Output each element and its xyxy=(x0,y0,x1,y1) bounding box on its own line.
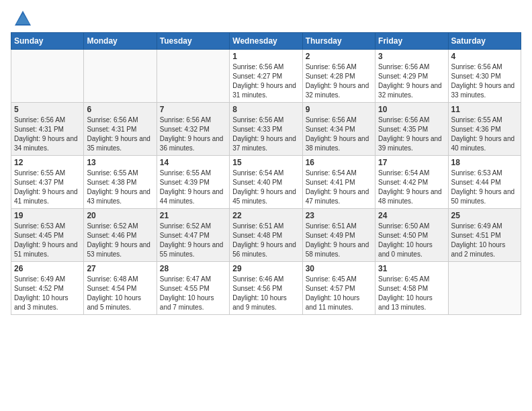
day-info: Sunrise: 6:53 AMSunset: 4:45 PMDaylight:… xyxy=(14,222,81,259)
day-number: 22 xyxy=(232,211,299,220)
day-info: Sunrise: 6:56 AMSunset: 4:30 PMDaylight:… xyxy=(451,62,518,100)
day-info: Sunrise: 6:56 AMSunset: 4:35 PMDaylight:… xyxy=(378,116,445,153)
calendar-day-cell: 30Sunrise: 6:45 AMSunset: 4:57 PMDayligh… xyxy=(302,262,375,315)
calendar-day-cell: 19Sunrise: 6:53 AMSunset: 4:45 PMDayligh… xyxy=(11,209,84,262)
day-info: Sunrise: 6:56 AMSunset: 4:34 PMDaylight:… xyxy=(306,116,372,153)
calendar-day-cell: 29Sunrise: 6:46 AMSunset: 4:56 PMDayligh… xyxy=(230,262,302,315)
day-info: Sunrise: 6:55 AMSunset: 4:38 PMDaylight:… xyxy=(87,169,153,206)
day-info: Sunrise: 6:54 AMSunset: 4:42 PMDaylight:… xyxy=(378,169,445,206)
day-info: Sunrise: 6:49 AMSunset: 4:52 PMDaylight:… xyxy=(14,275,81,312)
day-number: 4 xyxy=(451,52,518,61)
day-number: 6 xyxy=(87,105,153,114)
calendar-day-cell: 23Sunrise: 6:51 AMSunset: 4:49 PMDayligh… xyxy=(302,209,375,262)
day-info: Sunrise: 6:56 AMSunset: 4:31 PMDaylight:… xyxy=(14,116,81,153)
day-number: 26 xyxy=(14,264,81,273)
calendar-day-cell: 21Sunrise: 6:52 AMSunset: 4:47 PMDayligh… xyxy=(157,209,229,262)
day-number: 25 xyxy=(451,211,518,220)
day-number: 5 xyxy=(14,105,81,114)
calendar-day-cell: 11Sunrise: 6:55 AMSunset: 4:36 PMDayligh… xyxy=(448,103,521,156)
calendar-day-cell: 3Sunrise: 6:56 AMSunset: 4:29 PMDaylight… xyxy=(375,50,448,103)
day-number: 11 xyxy=(451,105,518,114)
calendar-table: SundayMondayTuesdayWednesdayThursdayFrid… xyxy=(11,32,521,315)
day-number: 2 xyxy=(306,52,372,61)
day-info: Sunrise: 6:54 AMSunset: 4:40 PMDaylight:… xyxy=(232,169,299,206)
day-number: 20 xyxy=(87,211,153,220)
day-number: 23 xyxy=(306,211,372,220)
calendar-week-row: 5Sunrise: 6:56 AMSunset: 4:31 PMDaylight… xyxy=(11,103,521,156)
calendar-day-cell: 5Sunrise: 6:56 AMSunset: 4:31 PMDaylight… xyxy=(11,103,84,156)
day-number: 29 xyxy=(232,264,299,273)
calendar-day-cell: 15Sunrise: 6:54 AMSunset: 4:40 PMDayligh… xyxy=(230,156,302,209)
day-info: Sunrise: 6:47 AMSunset: 4:55 PMDaylight:… xyxy=(160,275,226,312)
calendar-day-cell: 10Sunrise: 6:56 AMSunset: 4:35 PMDayligh… xyxy=(375,103,448,156)
calendar-day-cell: 2Sunrise: 6:56 AMSunset: 4:28 PMDaylight… xyxy=(302,50,375,103)
header xyxy=(11,7,521,28)
calendar-day-cell: 27Sunrise: 6:48 AMSunset: 4:54 PMDayligh… xyxy=(84,262,157,315)
weekday-header-thursday: Thursday xyxy=(302,33,375,50)
calendar-day-cell: 1Sunrise: 6:56 AMSunset: 4:27 PMDaylight… xyxy=(230,50,302,103)
calendar-week-row: 12Sunrise: 6:55 AMSunset: 4:37 PMDayligh… xyxy=(11,156,521,209)
day-info: Sunrise: 6:51 AMSunset: 4:48 PMDaylight:… xyxy=(232,222,299,259)
day-number: 7 xyxy=(160,105,226,114)
day-info: Sunrise: 6:55 AMSunset: 4:37 PMDaylight:… xyxy=(14,169,81,206)
weekday-header-wednesday: Wednesday xyxy=(230,33,302,50)
calendar-day-cell xyxy=(157,50,229,103)
day-info: Sunrise: 6:56 AMSunset: 4:31 PMDaylight:… xyxy=(87,116,153,153)
day-number: 1 xyxy=(232,52,299,61)
day-number: 24 xyxy=(378,211,445,220)
weekday-header-friday: Friday xyxy=(375,33,448,50)
day-info: Sunrise: 6:45 AMSunset: 4:58 PMDaylight:… xyxy=(378,275,445,312)
calendar-day-cell: 28Sunrise: 6:47 AMSunset: 4:55 PMDayligh… xyxy=(157,262,229,315)
calendar-day-cell: 7Sunrise: 6:56 AMSunset: 4:32 PMDaylight… xyxy=(157,103,229,156)
day-info: Sunrise: 6:52 AMSunset: 4:46 PMDaylight:… xyxy=(87,222,153,259)
calendar-day-cell: 8Sunrise: 6:56 AMSunset: 4:33 PMDaylight… xyxy=(230,103,302,156)
day-info: Sunrise: 6:55 AMSunset: 4:39 PMDaylight:… xyxy=(160,169,226,206)
day-info: Sunrise: 6:56 AMSunset: 4:33 PMDaylight:… xyxy=(232,116,299,153)
weekday-header-sunday: Sunday xyxy=(11,33,84,50)
day-info: Sunrise: 6:46 AMSunset: 4:56 PMDaylight:… xyxy=(232,275,299,312)
calendar-day-cell: 25Sunrise: 6:49 AMSunset: 4:51 PMDayligh… xyxy=(448,209,521,262)
day-info: Sunrise: 6:48 AMSunset: 4:54 PMDaylight:… xyxy=(87,275,153,312)
calendar-day-cell: 17Sunrise: 6:54 AMSunset: 4:42 PMDayligh… xyxy=(375,156,448,209)
logo-icon xyxy=(13,9,32,28)
day-number: 28 xyxy=(160,264,226,273)
calendar-day-cell: 20Sunrise: 6:52 AMSunset: 4:46 PMDayligh… xyxy=(84,209,157,262)
calendar-day-cell: 12Sunrise: 6:55 AMSunset: 4:37 PMDayligh… xyxy=(11,156,84,209)
calendar-day-cell: 18Sunrise: 6:53 AMSunset: 4:44 PMDayligh… xyxy=(448,156,521,209)
calendar-day-cell: 6Sunrise: 6:56 AMSunset: 4:31 PMDaylight… xyxy=(84,103,157,156)
calendar-day-cell: 16Sunrise: 6:54 AMSunset: 4:41 PMDayligh… xyxy=(302,156,375,209)
calendar-week-row: 1Sunrise: 6:56 AMSunset: 4:27 PMDaylight… xyxy=(11,50,521,103)
logo xyxy=(11,9,32,28)
day-info: Sunrise: 6:50 AMSunset: 4:50 PMDaylight:… xyxy=(378,222,445,259)
calendar-day-cell xyxy=(84,50,157,103)
calendar-day-cell xyxy=(448,262,521,315)
day-number: 19 xyxy=(14,211,81,220)
calendar-day-cell: 26Sunrise: 6:49 AMSunset: 4:52 PMDayligh… xyxy=(11,262,84,315)
day-number: 3 xyxy=(378,52,445,61)
day-number: 13 xyxy=(87,158,153,167)
calendar-day-cell: 24Sunrise: 6:50 AMSunset: 4:50 PMDayligh… xyxy=(375,209,448,262)
calendar-week-row: 26Sunrise: 6:49 AMSunset: 4:52 PMDayligh… xyxy=(11,262,521,315)
calendar-week-row: 19Sunrise: 6:53 AMSunset: 4:45 PMDayligh… xyxy=(11,209,521,262)
day-info: Sunrise: 6:51 AMSunset: 4:49 PMDaylight:… xyxy=(306,222,372,259)
day-number: 8 xyxy=(232,105,299,114)
day-number: 18 xyxy=(451,158,518,167)
day-info: Sunrise: 6:56 AMSunset: 4:27 PMDaylight:… xyxy=(232,62,299,100)
calendar-day-cell: 31Sunrise: 6:45 AMSunset: 4:58 PMDayligh… xyxy=(375,262,448,315)
day-number: 27 xyxy=(87,264,153,273)
weekday-header-monday: Monday xyxy=(84,33,157,50)
day-info: Sunrise: 6:55 AMSunset: 4:36 PMDaylight:… xyxy=(451,116,518,153)
day-number: 16 xyxy=(306,158,372,167)
weekday-header-row: SundayMondayTuesdayWednesdayThursdayFrid… xyxy=(11,33,521,50)
day-number: 17 xyxy=(378,158,445,167)
day-number: 31 xyxy=(378,264,445,273)
day-number: 12 xyxy=(14,158,81,167)
day-info: Sunrise: 6:54 AMSunset: 4:41 PMDaylight:… xyxy=(306,169,372,206)
day-number: 14 xyxy=(160,158,226,167)
weekday-header-saturday: Saturday xyxy=(448,33,521,50)
calendar-day-cell: 13Sunrise: 6:55 AMSunset: 4:38 PMDayligh… xyxy=(84,156,157,209)
calendar-day-cell: 4Sunrise: 6:56 AMSunset: 4:30 PMDaylight… xyxy=(448,50,521,103)
day-number: 30 xyxy=(306,264,372,273)
day-info: Sunrise: 6:53 AMSunset: 4:44 PMDaylight:… xyxy=(451,169,518,206)
calendar-day-cell: 14Sunrise: 6:55 AMSunset: 4:39 PMDayligh… xyxy=(157,156,229,209)
